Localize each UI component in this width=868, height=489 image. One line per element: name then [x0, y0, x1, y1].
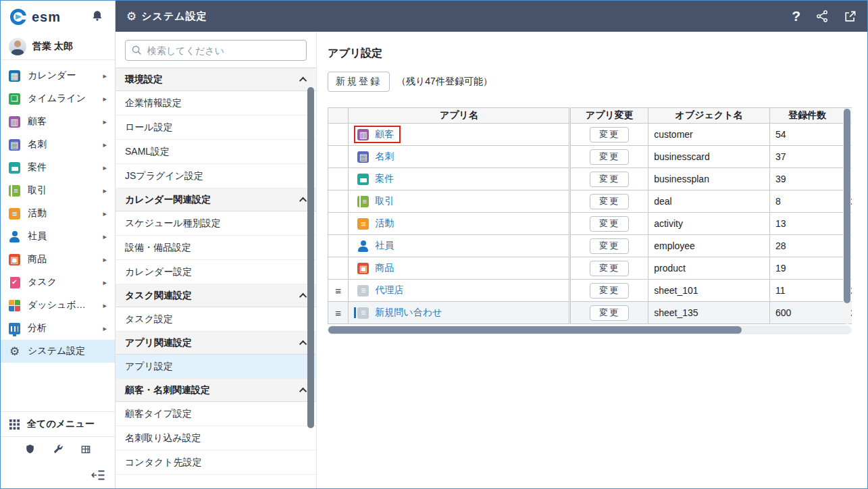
logo-text[interactable]: esm: [32, 9, 61, 25]
all-menu-label: 全てのメニュー: [27, 418, 95, 430]
all-menu-button[interactable]: 全てのメニュー: [1, 411, 115, 437]
change-cell: 変更: [570, 302, 648, 324]
sidebar-item-label: ダッシュボ…: [28, 299, 86, 311]
table-header-row: アプリ名 アプリ変更 オブジェクト名 登録件数 最終更新日: [328, 108, 852, 124]
handle-cell: [328, 257, 349, 280]
settings-item[interactable]: JSプラグイン設定: [116, 164, 316, 188]
case-icon: [357, 174, 369, 185]
activity-icon: [9, 208, 20, 220]
sidebar-item-label: 商品: [28, 253, 47, 265]
app-link[interactable]: 活動: [375, 217, 394, 230]
app-link[interactable]: 新規問い合わせ: [375, 307, 442, 319]
search-icon: [131, 45, 143, 59]
app-link[interactable]: 顧客: [375, 128, 394, 140]
settings-item[interactable]: 企業情報設定: [116, 91, 316, 115]
sidebar-item-deal[interactable]: 取引▸: [1, 179, 115, 202]
object-name-cell: businessplan: [648, 168, 770, 190]
settings-item[interactable]: ロール設定: [116, 115, 316, 140]
change-button[interactable]: 変更: [590, 149, 629, 165]
app-link[interactable]: 名刺: [375, 151, 394, 163]
object-name-cell: sheet_101: [648, 280, 770, 302]
sidebar-item-system[interactable]: システム設定: [1, 340, 115, 363]
table-row: 社員変更employee28: [328, 235, 852, 257]
settings-item[interactable]: アプリ設定: [116, 355, 316, 379]
change-button[interactable]: 変更: [590, 261, 629, 276]
settings-section-header[interactable]: カレンダー関連設定: [116, 188, 316, 211]
sidebar-item-businesscard[interactable]: 名刺▸: [1, 133, 115, 156]
app-link[interactable]: 商品: [375, 262, 394, 274]
settings-section-header[interactable]: 顧客・名刺関連設定: [116, 379, 316, 402]
app-link[interactable]: 代理店: [375, 284, 403, 297]
handle-cell: ≡: [328, 280, 349, 302]
app-link[interactable]: 取引: [375, 195, 394, 207]
sidebar-item-timeline[interactable]: タイムライン▸: [1, 87, 115, 110]
help-icon[interactable]: ?: [792, 8, 800, 24]
settings-scrollbar-thumb[interactable]: [307, 87, 314, 428]
sidebar-item-employee[interactable]: 社員▸: [1, 225, 115, 248]
settings-item[interactable]: 設備・備品設定: [116, 236, 316, 260]
change-cell: 変更: [570, 124, 648, 146]
sidebar-item-label: 取引: [28, 184, 47, 197]
vertical-scrollbar: [843, 108, 851, 324]
settings-item[interactable]: コンタクト先設定: [116, 451, 316, 475]
settings-section-header[interactable]: タスク関連設定: [116, 284, 316, 307]
deal-icon: [9, 185, 20, 197]
app-link[interactable]: 案件: [375, 173, 394, 185]
change-cell: 変更: [570, 190, 648, 213]
sidebar-item-case[interactable]: 案件▸: [1, 156, 115, 179]
external-link-icon[interactable]: [844, 10, 857, 23]
settings-item[interactable]: スケジュール種別設定: [116, 211, 316, 236]
collapse-sidebar-icon[interactable]: [91, 469, 105, 481]
user-profile[interactable]: 営業 太郎: [1, 33, 115, 60]
change-button[interactable]: 変更: [590, 216, 629, 232]
settings-item[interactable]: 顧客タイプ設定: [116, 402, 316, 426]
guide-icon[interactable]: [24, 443, 36, 455]
logo-plane-icon: [16, 14, 22, 20]
footer-icons: [1, 437, 115, 461]
sidebar-item-analytics[interactable]: 分析▸: [1, 317, 115, 340]
record-count-cell: 54: [769, 124, 844, 146]
table-row: 取引変更deal82024-07-25 2: [328, 190, 852, 213]
sidebar-item-dashboard[interactable]: ダッシュボ…▸: [1, 294, 115, 317]
settings-item[interactable]: 名刺取り込み設定: [116, 426, 316, 451]
settings-section-header[interactable]: 環境設定: [116, 68, 316, 91]
employee-icon: [9, 231, 20, 242]
case-icon: [9, 162, 20, 174]
horizontal-scrollbar-thumb[interactable]: [328, 326, 742, 334]
settings-item[interactable]: SAML設定: [116, 140, 316, 164]
app-link[interactable]: 社員: [375, 240, 394, 252]
change-button[interactable]: 変更: [590, 305, 629, 321]
topbar-actions: ?: [792, 8, 857, 24]
settings-search-input[interactable]: [125, 40, 307, 61]
handle-cell: [328, 235, 349, 257]
settings-section-title: タスク関連設定: [125, 290, 192, 302]
sidebar-item-customer[interactable]: 顧客▸: [1, 110, 115, 133]
change-button[interactable]: 変更: [590, 172, 629, 187]
vertical-scrollbar-thumb[interactable]: [844, 109, 850, 303]
chevron-right-icon: ▸: [103, 118, 107, 126]
settings-item[interactable]: カレンダー設定: [116, 260, 316, 284]
table-icon[interactable]: [80, 444, 92, 455]
sidebar-item-activity[interactable]: 活動▸: [1, 202, 115, 225]
record-count-cell: 28: [769, 235, 844, 257]
settings-section-header[interactable]: アプリ関連設定: [116, 332, 316, 355]
record-count-cell: 37: [769, 146, 844, 168]
wrench-icon[interactable]: [52, 444, 63, 455]
sidebar-item-calendar[interactable]: カレンダー▸: [1, 64, 115, 87]
settings-item[interactable]: タスク設定: [116, 307, 316, 332]
change-button[interactable]: 変更: [590, 238, 629, 254]
app-name-cell: 代理店: [349, 280, 570, 302]
change-button[interactable]: 変更: [590, 127, 629, 143]
share-icon[interactable]: [815, 9, 829, 23]
sidebar-item-task[interactable]: タスク▸: [1, 271, 115, 294]
sidebar-item-product[interactable]: 商品▸: [1, 248, 115, 271]
drag-handle-icon[interactable]: ≡: [335, 307, 341, 319]
activity-icon: [357, 218, 369, 230]
notification-bell-icon[interactable]: [91, 9, 104, 25]
change-button[interactable]: 変更: [590, 194, 629, 209]
change-button[interactable]: 変更: [590, 283, 629, 299]
esm-logo-icon[interactable]: [10, 9, 26, 25]
drag-handle-icon[interactable]: ≡: [335, 285, 341, 297]
new-register-button[interactable]: 新規登録: [328, 72, 390, 92]
change-cell: 変更: [570, 213, 648, 235]
